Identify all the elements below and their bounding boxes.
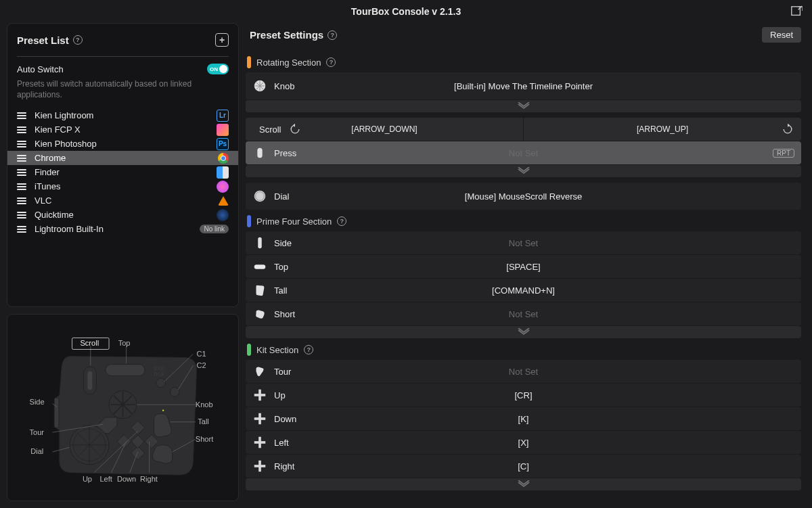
short-icon — [252, 306, 267, 321]
svg-text:Tall: Tall — [198, 417, 209, 425]
device-diagram-panel: tour box — [7, 314, 239, 501]
svg-rect-63 — [254, 394, 266, 396]
mapping-row[interactable]: Top[SPACE] — [246, 255, 801, 278]
assignment-label: [COMMAND+N] — [246, 285, 801, 296]
drag-handle-icon[interactable] — [17, 183, 26, 190]
svg-rect-61 — [254, 264, 266, 269]
tour-icon — [252, 364, 267, 379]
assignment-label: [CR] — [246, 390, 801, 400]
dpad-icon — [252, 411, 267, 426]
section-title: Prime Four Section — [256, 216, 332, 227]
chrome-app-icon — [218, 153, 229, 164]
mapping-row[interactable]: ShortNot Set — [246, 302, 801, 325]
mapping-row[interactable]: PressNot SetRPT — [246, 141, 801, 164]
scroll-split-row: Scroll[ARROW_DOWN][ARROW_UP] — [246, 118, 801, 141]
assignment-label: [Built-in] Move The Timeline Pointer — [246, 81, 801, 91]
expand-chevron[interactable] — [246, 326, 801, 338]
svg-rect-69 — [254, 465, 266, 467]
svg-point-58 — [254, 191, 266, 202]
svg-point-5 — [156, 378, 166, 388]
control-label: Right — [274, 461, 315, 471]
control-label: Top — [274, 262, 315, 272]
assignment-label: Not Set — [246, 367, 801, 377]
mapping-row[interactable]: Knob[Built-in] Move The Timeline Pointer — [246, 72, 801, 99]
add-preset-button[interactable]: + — [215, 33, 229, 47]
drag-handle-icon[interactable] — [17, 226, 26, 233]
preset-row[interactable]: Kien LightroomLr — [7, 108, 238, 122]
control-label: Dial — [274, 191, 315, 202]
section-title: Kit Section — [256, 345, 298, 355]
mapping-row[interactable]: Down[K] — [246, 407, 801, 430]
drag-handle-icon[interactable] — [17, 126, 26, 133]
drag-handle-icon[interactable] — [17, 212, 26, 218]
autoswitch-label: Auto Switch — [17, 64, 64, 74]
drag-handle-icon[interactable] — [17, 198, 26, 204]
mapping-row[interactable]: TourNot Set — [246, 360, 801, 383]
reset-button[interactable]: Reset — [762, 27, 801, 43]
ps-app-icon: Ps — [217, 138, 229, 150]
mapping-row[interactable]: SideNot Set — [246, 231, 801, 254]
preset-row[interactable]: VLC — [7, 193, 238, 208]
preset-name: Kien Photoshop — [35, 139, 208, 149]
svg-text:C1: C1 — [197, 350, 206, 358]
drag-handle-icon[interactable] — [17, 112, 26, 119]
section-header: Rotating Section? — [246, 56, 801, 68]
lr-app-icon: Lr — [217, 110, 229, 122]
help-icon[interactable]: ? — [73, 35, 83, 45]
assignment-label: [C] — [246, 461, 801, 471]
svg-text:box: box — [154, 371, 164, 377]
autoswitch-description: Presets will switch automatically based … — [17, 78, 229, 100]
mapping-row[interactable]: Left[X] — [246, 431, 801, 454]
mapping-row[interactable]: Right[C] — [246, 455, 801, 478]
drag-handle-icon[interactable] — [17, 169, 26, 176]
preset-name: iTunes — [35, 181, 208, 191]
assignment-label: [ARROW_DOWN] — [246, 124, 523, 134]
dial-icon — [252, 189, 267, 204]
expand-chevron[interactable] — [246, 478, 801, 490]
preset-row[interactable]: Quicktime — [7, 208, 238, 222]
scroll-cw-cell[interactable]: [ARROW_UP] — [524, 118, 801, 141]
svg-text:Top: Top — [118, 339, 131, 347]
expand-chevron[interactable] — [246, 100, 801, 112]
preset-row[interactable]: Kien PhotoshopPs — [7, 137, 238, 151]
svg-text:Up: Up — [83, 475, 92, 483]
titlebar: TourBox Console v 2.1.3 — [0, 0, 812, 23]
help-icon[interactable]: ? — [337, 216, 346, 226]
drag-handle-icon[interactable] — [17, 141, 26, 147]
mapping-row[interactable]: Dial[Mouse] MouseScroll Reverse — [246, 183, 801, 210]
svg-rect-2 — [106, 365, 145, 376]
assignment-label: [ARROW_UP] — [524, 124, 801, 134]
svg-point-6 — [170, 388, 179, 397]
assignment-label: [X] — [246, 438, 801, 448]
control-label: Side — [274, 238, 315, 248]
help-icon[interactable]: ? — [304, 345, 313, 354]
assignment-label: Not Set — [246, 309, 801, 319]
assignment-label: [SPACE] — [246, 262, 801, 272]
drag-handle-icon[interactable] — [17, 155, 26, 162]
section-title: Rotating Section — [256, 57, 321, 68]
qt-app-icon — [217, 209, 229, 221]
help-icon[interactable]: ? — [328, 30, 337, 40]
preset-name: Finder — [35, 167, 208, 177]
control-label: Press — [274, 148, 315, 158]
control-label: Tour — [274, 367, 315, 377]
mapping-row[interactable]: Tall[COMMAND+N] — [246, 279, 801, 302]
tall-icon — [252, 283, 267, 298]
preset-row[interactable]: Lightroom Built-InNo link — [7, 222, 238, 236]
preset-row[interactable]: Chrome — [7, 151, 238, 165]
preset-settings-heading: Preset Settings ? — [250, 29, 337, 41]
mapping-row[interactable]: Up[CR] — [246, 384, 801, 407]
preset-row[interactable]: Finder — [7, 165, 238, 179]
assignment-label: [K] — [246, 414, 801, 424]
control-label: Knob — [274, 81, 315, 91]
divider — [17, 56, 229, 57]
scroll-ccw-cell[interactable]: Scroll[ARROW_DOWN] — [246, 118, 523, 141]
assignment-label: Not Set — [246, 238, 801, 248]
svg-rect-60 — [258, 237, 262, 249]
fullscreen-icon[interactable] — [790, 5, 803, 18]
preset-row[interactable]: iTunes — [7, 179, 238, 193]
autoswitch-toggle[interactable]: ON — [207, 64, 229, 74]
expand-chevron[interactable] — [246, 165, 801, 177]
help-icon[interactable]: ? — [326, 57, 336, 67]
preset-row[interactable]: Kien FCP X — [7, 122, 238, 137]
